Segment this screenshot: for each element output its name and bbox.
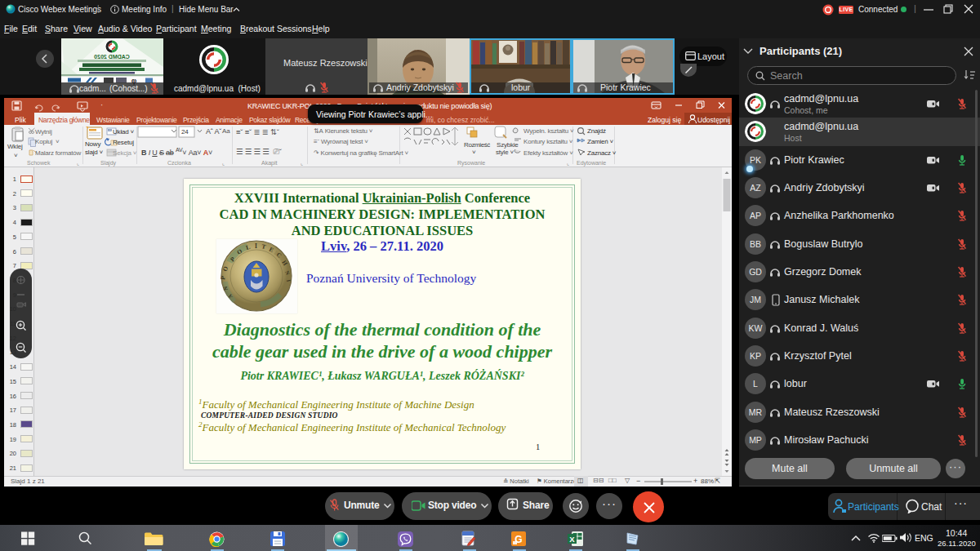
svg-text:X: X	[569, 535, 575, 544]
svg-text:I: I	[255, 242, 257, 250]
